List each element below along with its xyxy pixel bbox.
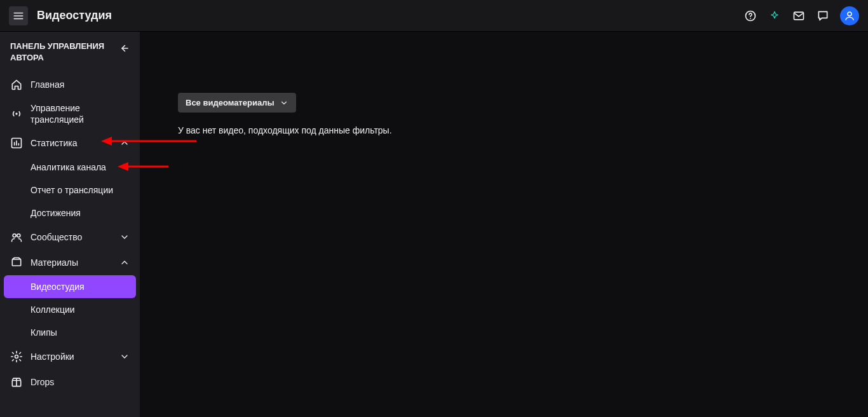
- sidebar-header: ПАНЕЛЬ УПРАВЛЕНИЯ АВТОРА: [0, 41, 140, 72]
- page-title: Видеостудия: [37, 9, 112, 22]
- body: ПАНЕЛЬ УПРАВЛЕНИЯ АВТОРА Главная Управле…: [0, 32, 868, 417]
- chart-icon: [10, 137, 23, 149]
- materials-icon: [10, 256, 23, 269]
- collapse-icon: [118, 43, 130, 54]
- user-avatar[interactable]: [840, 6, 859, 25]
- sidebar-label-settings: Настройки: [31, 351, 112, 362]
- chevron-up-icon: [119, 257, 130, 268]
- chevron-up-icon: [119, 138, 130, 148]
- filter-label: Все видеоматериалы: [186, 98, 275, 107]
- sidebar-label-stream-management: Управление трансляцией: [31, 102, 130, 125]
- broadcast-icon: [10, 107, 23, 120]
- drops-icon: [10, 376, 23, 388]
- sidebar-label-statistics: Статистика: [31, 137, 112, 149]
- sidebar-item-statistics[interactable]: Статистика: [0, 130, 140, 156]
- empty-state-message: У вас нет видео, подходящих под данные ф…: [140, 113, 868, 135]
- home-icon: [10, 78, 23, 91]
- svg-point-9: [15, 355, 18, 359]
- chat-icon: [817, 10, 829, 22]
- filter-row: Все видеоматериалы: [140, 32, 868, 113]
- help-icon: [744, 10, 757, 22]
- sidebar-label-drops: Drops: [31, 376, 130, 388]
- sidebar-sub-channel-analytics[interactable]: Аналитика канала: [0, 156, 140, 179]
- sidebar-item-materials[interactable]: Материалы: [0, 250, 140, 275]
- help-button[interactable]: [743, 9, 757, 23]
- chevron-down-icon: [280, 99, 288, 107]
- hamburger-icon: [13, 10, 24, 22]
- svg-point-6: [13, 234, 16, 237]
- sidebar-label-materials: Материалы: [31, 257, 112, 268]
- sidebar-item-stream-management[interactable]: Управление трансляцией: [0, 97, 140, 130]
- svg-point-7: [17, 234, 20, 237]
- community-icon: [10, 231, 23, 243]
- user-icon: [844, 10, 855, 22]
- sparkle-icon: [769, 10, 780, 22]
- sidebar-item-community[interactable]: Сообщество: [0, 224, 140, 250]
- sidebar-label-community: Сообщество: [31, 231, 112, 243]
- filter-dropdown[interactable]: Все видеоматериалы: [178, 93, 296, 113]
- chat-button[interactable]: [816, 9, 830, 23]
- sidebar-sub-clips[interactable]: Клипы: [0, 321, 140, 344]
- chevron-down-icon: [119, 232, 130, 242]
- sidebar-sub-video-studio[interactable]: Видеостудия: [4, 275, 136, 298]
- sidebar-sub-achievements[interactable]: Достижения: [0, 202, 140, 224]
- sidebar-item-home[interactable]: Главная: [0, 72, 140, 97]
- mail-icon: [792, 10, 805, 22]
- collapse-sidebar-button[interactable]: [118, 42, 130, 55]
- gear-icon: [10, 350, 23, 363]
- sidebar-item-drops[interactable]: Drops: [0, 369, 140, 395]
- svg-point-4: [15, 113, 17, 115]
- svg-point-3: [848, 12, 851, 16]
- sidebar-item-settings[interactable]: Настройки: [0, 344, 140, 369]
- svg-point-1: [750, 18, 751, 19]
- chevron-down-icon: [119, 352, 130, 362]
- inbox-button[interactable]: [792, 9, 806, 23]
- sidebar: ПАНЕЛЬ УПРАВЛЕНИЯ АВТОРА Главная Управле…: [0, 32, 140, 417]
- top-bar-left: Видеостудия: [9, 6, 112, 25]
- sidebar-label-home: Главная: [31, 79, 130, 90]
- sparkle-button[interactable]: [768, 9, 782, 23]
- sidebar-sub-stream-report[interactable]: Отчет о трансляции: [0, 179, 140, 202]
- main-content: Все видеоматериалы У вас нет видео, подх…: [140, 32, 868, 417]
- top-bar-right: [743, 6, 859, 25]
- top-bar: Видеостудия: [0, 0, 868, 32]
- sidebar-sub-collections[interactable]: Коллекции: [0, 298, 140, 321]
- menu-button[interactable]: [9, 6, 28, 25]
- sidebar-title: ПАНЕЛЬ УПРАВЛЕНИЯ АВТОРА: [10, 41, 118, 63]
- svg-rect-8: [12, 259, 20, 266]
